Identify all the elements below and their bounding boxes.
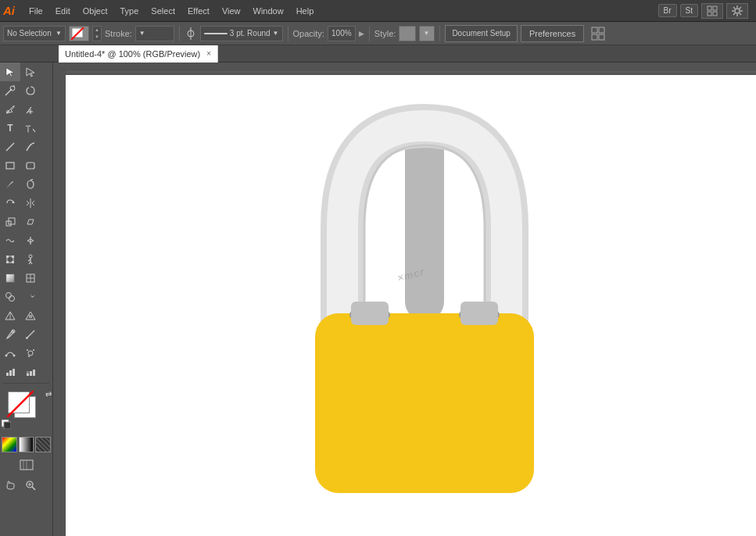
magic-wand-tool[interactable] <box>0 81 20 100</box>
art-canvas[interactable]: ×mcr <box>66 75 756 536</box>
eyedropper-tool[interactable] <box>0 325 20 344</box>
svg-rect-49 <box>29 315 32 318</box>
opacity-more-icon[interactable]: ▶ <box>359 30 364 38</box>
artboard-tool[interactable] <box>6 456 47 474</box>
default-colors-icon[interactable] <box>2 420 11 431</box>
rotate-tool[interactable] <box>0 194 20 213</box>
measure-tool[interactable] <box>20 325 41 344</box>
shear-tool[interactable] <box>20 213 41 231</box>
paintbrush-tool[interactable] <box>0 175 20 194</box>
rounded-rect-tool[interactable] <box>20 156 41 175</box>
svg-rect-66 <box>33 370 35 376</box>
preferences-button[interactable]: Preferences <box>521 25 584 42</box>
stroke-dash-dropdown[interactable]: ▼ <box>135 26 174 41</box>
svg-rect-11 <box>592 34 597 40</box>
style-box[interactable] <box>399 26 416 41</box>
gradient-mode-button[interactable] <box>19 437 34 452</box>
document-setup-button[interactable]: Document Setup <box>445 25 518 42</box>
pen-tool[interactable] <box>0 100 20 119</box>
zoom-tool[interactable] <box>20 476 41 495</box>
bridge-button[interactable]: Br <box>658 4 677 17</box>
style-dropdown[interactable]: ▼ <box>419 26 435 41</box>
scale-tool[interactable] <box>0 213 20 231</box>
doc-tab-close-button[interactable]: × <box>206 49 211 58</box>
main-area: T T <box>0 63 756 536</box>
svg-rect-9 <box>592 27 597 33</box>
stroke-down-arrow[interactable]: ▼ <box>93 34 101 41</box>
mesh-tool[interactable] <box>20 269 41 288</box>
stroke-style-dropdown[interactable]: 3 pt. Round ▼ <box>200 26 283 41</box>
rectangle-tool[interactable] <box>0 156 20 175</box>
svg-line-26 <box>30 179 33 180</box>
tool-row-16 <box>0 344 52 363</box>
menu-view[interactable]: View <box>216 5 247 17</box>
opacity-input[interactable] <box>328 26 356 41</box>
symbol-spray-tool[interactable] <box>20 344 41 363</box>
stroke-arrows[interactable]: ▲ ▼ <box>92 26 102 41</box>
gear-icon[interactable] <box>726 3 748 19</box>
perspective-selection-tool[interactable] <box>20 306 41 325</box>
tool-row-15 <box>0 325 52 344</box>
svg-line-51 <box>27 331 34 338</box>
tool-row-11 <box>0 250 52 269</box>
svg-rect-79 <box>53 63 66 536</box>
selection-dropdown[interactable]: No Selection ▼ <box>3 26 66 41</box>
lasso-tool[interactable] <box>20 81 41 100</box>
svg-line-41 <box>30 262 32 264</box>
svg-line-21 <box>33 129 35 132</box>
menu-select[interactable]: Select <box>145 5 181 17</box>
swap-colors-icon[interactable]: ⇄ <box>45 390 52 398</box>
menu-edit[interactable]: Edit <box>49 5 77 17</box>
variable-width-icon[interactable] <box>185 26 197 41</box>
foreground-swatch[interactable] <box>8 391 30 413</box>
width-tool[interactable] <box>20 231 41 250</box>
line-tool[interactable] <box>0 138 20 156</box>
horizontal-ruler <box>53 63 756 75</box>
tool-separator-1 <box>3 383 49 384</box>
reflect-tool[interactable] <box>20 194 41 213</box>
hand-tool[interactable] <box>0 476 20 495</box>
menu-effect[interactable]: Effect <box>181 5 216 17</box>
warp-tool[interactable] <box>0 231 20 250</box>
type-tool[interactable]: T <box>0 119 20 138</box>
arc-tool[interactable] <box>20 138 41 156</box>
stroke-up-arrow[interactable]: ▲ <box>93 27 101 34</box>
puppet-warp-tool[interactable] <box>20 250 41 269</box>
stroke-color-box[interactable] <box>69 26 89 41</box>
column-graph-tool[interactable] <box>0 363 20 381</box>
svg-line-67 <box>7 391 34 417</box>
color-mode-button[interactable] <box>2 437 17 452</box>
menu-window[interactable]: Window <box>247 5 290 17</box>
blob-brush-tool[interactable] <box>20 175 41 194</box>
add-anchor-tool[interactable] <box>20 100 41 119</box>
touch-type-tool[interactable]: T <box>20 119 41 138</box>
svg-rect-33 <box>6 255 9 258</box>
menu-file[interactable]: File <box>23 5 49 17</box>
canvas-area[interactable]: ×mcr <box>53 63 756 536</box>
tab-bar: Untitled-4* @ 100% (RGB/Preview) × <box>0 45 756 63</box>
svg-text:T: T <box>26 125 30 134</box>
color-mode-row <box>2 437 51 452</box>
blend-tool[interactable] <box>0 344 20 363</box>
svg-rect-60 <box>6 373 9 376</box>
selection-tool[interactable] <box>0 63 20 81</box>
live-paint-tool[interactable] <box>20 288 41 306</box>
arrange-workspace-icon[interactable] <box>590 26 606 41</box>
stacked-graph-tool[interactable] <box>20 363 41 381</box>
doc-tab-active[interactable]: Untitled-4* @ 100% (RGB/Preview) × <box>59 45 218 63</box>
stock-button[interactable]: St <box>680 4 698 17</box>
free-transform-tool[interactable] <box>0 250 20 269</box>
opacity-label: Opacity: <box>293 29 324 38</box>
tool-row-8 <box>0 194 52 213</box>
direct-selection-tool[interactable] <box>20 63 41 81</box>
shape-builder-tool[interactable] <box>0 288 20 306</box>
menu-object[interactable]: Object <box>77 5 114 17</box>
gradient-tool[interactable] <box>0 269 20 288</box>
svg-rect-35 <box>6 261 9 263</box>
menu-type[interactable]: Type <box>114 5 145 17</box>
arrange-icon[interactable] <box>701 3 723 19</box>
none-mode-button[interactable] <box>35 437 51 452</box>
perspective-grid-tool[interactable] <box>0 306 20 325</box>
menu-help[interactable]: Help <box>290 5 321 17</box>
svg-rect-34 <box>12 255 14 258</box>
